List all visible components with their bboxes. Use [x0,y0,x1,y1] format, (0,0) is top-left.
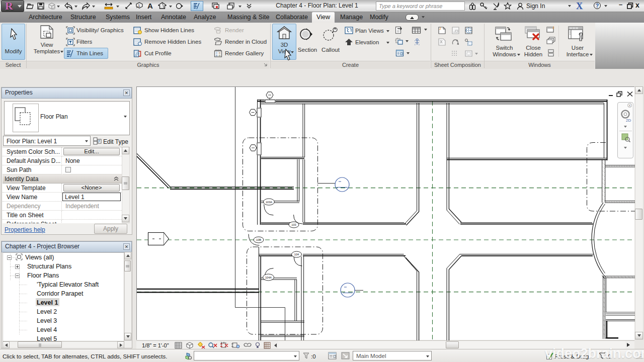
svg-text:2D: 2D [626,118,631,123]
svg-text:103A: 103A [266,201,272,204]
svg-text:104: 104 [294,253,299,256]
svg-text:103: 103 [291,223,296,226]
svg-text:104A: 104A [265,276,272,279]
svg-text:10B: 10B [256,238,261,241]
svg-text:1: 1 [138,4,140,8]
